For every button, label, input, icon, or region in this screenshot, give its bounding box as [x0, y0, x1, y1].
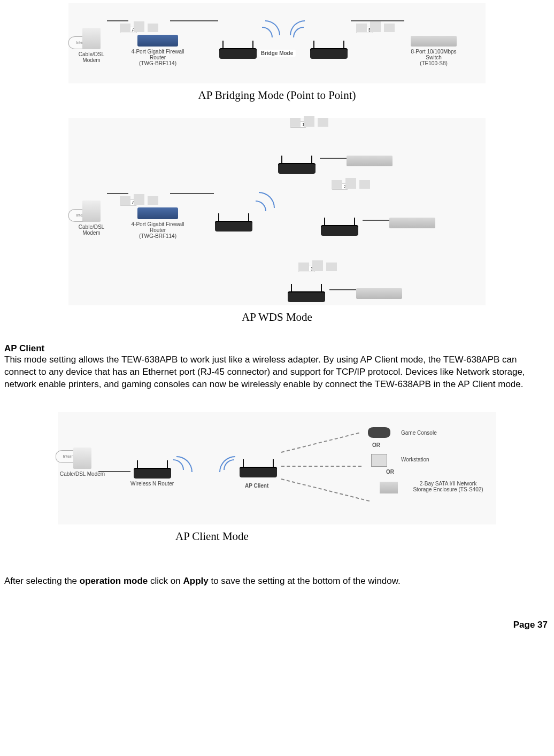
workstation-icon	[371, 454, 387, 467]
closing-bold-1: operation mode	[80, 576, 148, 586]
caption-apclient: AP Client Mode	[4, 530, 550, 543]
router-label: 4-Port Gigabit Firewall Router (TWG-BRF1…	[128, 49, 187, 66]
diagram-wds: Internet Cable/DSL Modem 4-Port Gigabit …	[68, 118, 486, 305]
diagram-apclient: Internet Cable/DSL Modem Wireless N Rout…	[58, 412, 496, 524]
or-label: OR	[372, 442, 380, 448]
apclient-label: AP Client	[245, 483, 268, 489]
switch-label: 8-Port 10/100Mbps Switch (TE100-S8)	[404, 49, 463, 66]
modem-label: Cable/DSL Modem	[79, 224, 104, 236]
computer-group-icon	[356, 18, 395, 34]
game-console-label: Game Console	[401, 430, 437, 436]
modem-label: Cable/DSL Modem	[79, 51, 104, 63]
caption-wds: AP WDS Mode	[4, 311, 550, 324]
section-title-apclient: AP Client	[4, 343, 550, 354]
closing-bold-2: Apply	[183, 576, 208, 586]
section-body-apclient: This mode setting allows the TEW-638APB …	[4, 354, 550, 391]
computer-group-icon	[120, 191, 158, 207]
workstation-label: Workstation	[401, 457, 429, 462]
closing-post: to save the setting at the bottom of the…	[209, 576, 401, 586]
computer-group-icon	[120, 18, 158, 34]
closing-sentence: After selecting the operation mode click…	[4, 575, 550, 588]
caption-bridging: AP Bridging Mode (Point to Point)	[4, 89, 550, 102]
nas-icon	[380, 482, 398, 493]
or-label: OR	[386, 469, 394, 475]
game-console-icon	[368, 427, 390, 438]
closing-mid: click on	[148, 576, 183, 586]
diagram-bridging: Internet Cable/DSL Modem 4-Port Gigabit …	[68, 3, 486, 83]
router-label: 4-Port Gigabit Firewall Router (TWG-BRF1…	[128, 221, 187, 239]
page-number: Page 37	[4, 620, 550, 639]
closing-pre: After selecting the	[4, 576, 80, 586]
bridge-mode-label: Bridge Mode	[259, 50, 296, 57]
nas-label: 2-Bay SATA I/II Network Storage Enclosur…	[411, 481, 486, 492]
wireless-router-label: Wireless N Router	[130, 481, 174, 487]
